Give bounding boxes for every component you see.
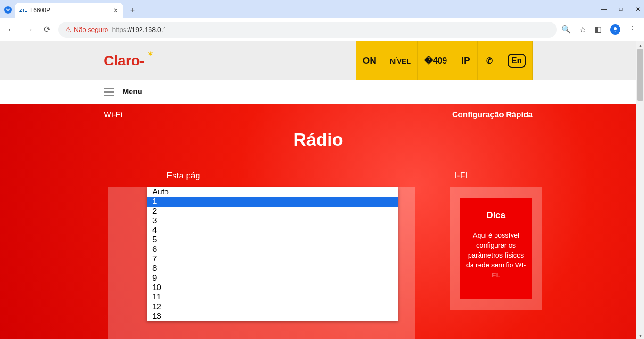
browser-tab[interactable]: ZTE F6600P ✕ — [15, 3, 123, 18]
security-label: Não seguro — [74, 26, 108, 33]
status-ip[interactable]: IP — [454, 41, 478, 80]
back-button[interactable]: ← — [5, 23, 18, 36]
scroll-up-icon[interactable]: ▴ — [636, 41, 644, 49]
bookmark-star-icon[interactable]: ☆ — [579, 25, 586, 34]
page-subtitle: Esta págI-FI. — [104, 171, 533, 181]
minimize-icon[interactable]: — — [601, 6, 607, 13]
address-bar[interactable]: ⚠ Não seguro https://192.168.0.1 — [58, 22, 557, 38]
dropdown-option[interactable]: 12 — [147, 302, 398, 312]
status-level[interactable]: NÍVEL — [383, 41, 418, 80]
hamburger-icon[interactable] — [104, 88, 114, 96]
dropdown-option[interactable]: 10 — [147, 283, 398, 292]
page-viewport: Claro- ✶ ON NÍVEL �409 IP ✆ En — [0, 41, 644, 339]
dropdown-option[interactable]: 5 — [147, 235, 398, 244]
window-controls: — □ ✕ — [601, 0, 641, 18]
dropdown-option[interactable]: 11 — [147, 292, 398, 302]
dropdown-option[interactable]: 4 — [147, 226, 398, 235]
logo-spark-icon: ✶ — [148, 50, 153, 57]
warning-icon: ⚠ — [65, 25, 71, 34]
phone-icon: ✆ — [486, 56, 493, 66]
status-wifi[interactable]: �409 — [418, 41, 454, 80]
quick-config-link[interactable]: Configuração Rápida — [452, 110, 533, 120]
new-tab-button[interactable]: + — [126, 4, 139, 17]
scrollbar-thumb[interactable] — [637, 49, 643, 101]
browser-toolbar: ← → ⟳ ⚠ Não seguro https://192.168.0.1 🔍… — [0, 18, 644, 41]
close-tab-icon[interactable]: ✕ — [113, 7, 118, 14]
site-header: Claro- ✶ ON NÍVEL �409 IP ✆ En — [0, 41, 636, 80]
security-warning[interactable]: ⚠ Não seguro — [65, 25, 108, 34]
browser-tab-bar: ZTE F6600P ✕ + — □ ✕ — [0, 0, 644, 18]
dropdown-option[interactable]: Auto — [147, 187, 398, 197]
tab-dropdown-icon[interactable] — [4, 3, 12, 17]
tip-body: Aqui é possível configurar os parâmetros… — [466, 231, 526, 280]
close-window-icon[interactable]: ✕ — [635, 6, 641, 13]
menu-label[interactable]: Menu — [123, 88, 142, 96]
brand-logo[interactable]: Claro- ✶ — [104, 53, 153, 69]
reload-button[interactable]: ⟳ — [41, 23, 54, 36]
status-on[interactable]: ON — [356, 41, 384, 80]
dropdown-option[interactable]: 3 — [147, 216, 398, 226]
dropdown-option[interactable]: 6 — [147, 245, 398, 254]
status-badges: ON NÍVEL �409 IP ✆ En — [356, 41, 533, 80]
kebab-menu-icon[interactable]: ⋮ — [629, 25, 636, 34]
dropdown-option[interactable]: 13 — [147, 312, 398, 321]
url-text: https://192.168.0.1 — [112, 26, 166, 33]
status-lang[interactable]: En — [501, 41, 533, 80]
side-panel-icon[interactable]: ◧ — [594, 25, 602, 34]
maximize-icon[interactable]: □ — [618, 6, 624, 12]
dropdown-option[interactable]: 7 — [147, 254, 398, 264]
tip-title: Dica — [466, 210, 526, 220]
dropdown-option[interactable]: 2 — [147, 207, 398, 216]
dropdown-option[interactable]: 8 — [147, 264, 398, 273]
profile-avatar[interactable] — [610, 24, 620, 35]
tip-card: Dica Aqui é possível configurar os parâm… — [450, 187, 542, 310]
scrollbar-track[interactable]: ▴ ▾ — [636, 41, 644, 339]
dropdown-option[interactable]: 1 — [147, 197, 398, 206]
tab-favicon: ZTE — [19, 8, 27, 13]
status-phone[interactable]: ✆ — [478, 41, 501, 80]
dropdown-option[interactable]: 9 — [147, 274, 398, 283]
forward-button: → — [23, 23, 36, 36]
scroll-down-icon[interactable]: ▾ — [636, 331, 644, 339]
page-title: Rádio — [104, 130, 533, 150]
svg-point-0 — [4, 6, 12, 14]
tab-title: F6600P — [30, 7, 110, 14]
zoom-icon[interactable]: 🔍 — [561, 25, 571, 34]
svg-point-1 — [614, 27, 617, 30]
menu-bar: Menu — [0, 80, 636, 104]
channel-dropdown[interactable]: Auto12345678910111213 — [147, 187, 398, 321]
breadcrumb[interactable]: Wi-Fi — [104, 110, 123, 120]
wifi-icon: �409 — [424, 56, 447, 66]
